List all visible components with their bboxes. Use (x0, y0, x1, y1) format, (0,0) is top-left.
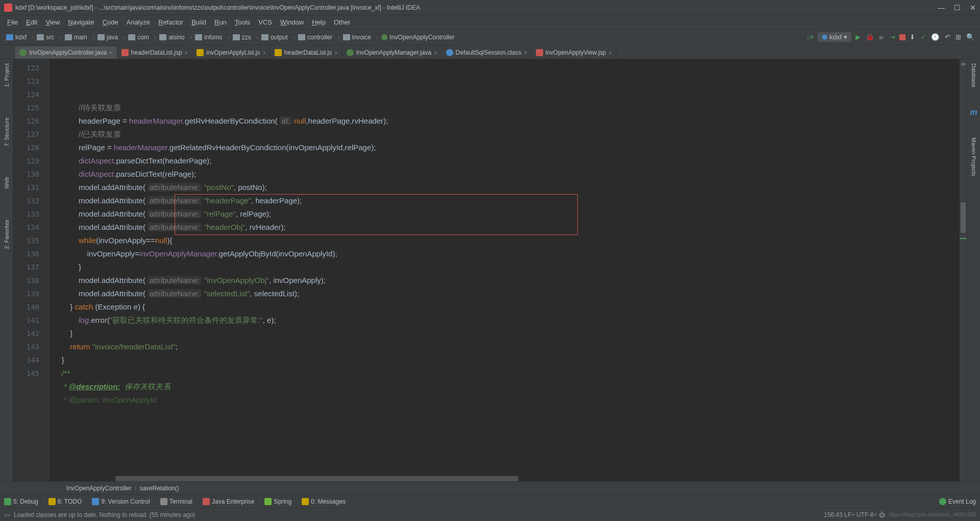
tool-jee[interactable]: Java Enterprise (203, 498, 254, 505)
menu-file[interactable]: File (4, 17, 21, 27)
menu-other[interactable]: Other (331, 17, 354, 27)
tab-InvOpenApplyController-java[interactable]: InvOpenApplyController.java× (15, 46, 117, 59)
left-tool-web[interactable]: Web (4, 177, 10, 188)
close-tab-icon[interactable]: × (434, 50, 437, 56)
code-line[interactable]: headerPage = headerManager.getRvHeaderBy… (49, 114, 960, 128)
menu-code[interactable]: Code (100, 17, 121, 27)
code-line[interactable]: relPage = headerManager.getRelatedRvHead… (49, 141, 960, 154)
code-line[interactable]: /** (49, 367, 960, 380)
menu-run[interactable]: Run (211, 17, 230, 27)
tool-vcs[interactable]: 9: Version Control (92, 498, 150, 505)
vcs-revert-button[interactable]: ↶ (944, 32, 951, 42)
breadcrumb-src[interactable]: src (35, 33, 56, 42)
code-line[interactable]: return "invoice/headerDataList"; (49, 340, 960, 353)
menu-refactor[interactable]: Refactor (155, 17, 186, 27)
close-tab-icon[interactable]: × (334, 50, 337, 56)
code-line[interactable]: model.addAttribute( attributeName: "invO… (49, 274, 960, 287)
editor[interactable]: 122 123 124 125 126 127 128 129 130 131 … (13, 59, 967, 481)
breadcrumb-output[interactable]: output (259, 33, 289, 42)
status-position[interactable]: 156:43 LF÷ UTF-8÷ ⏻ (824, 511, 885, 518)
breadcrumb-com[interactable]: com (126, 33, 151, 42)
right-tool-database[interactable]: Database (971, 63, 977, 87)
horizontal-scrollbar[interactable] (115, 476, 519, 481)
tool-eventlog[interactable]: Event Log (939, 498, 976, 505)
minimize-button[interactable]: — (938, 4, 945, 12)
breadcrumb-kdxf[interactable]: kdxf (4, 33, 29, 42)
attach-button[interactable]: ⇥ (889, 32, 896, 42)
menu-analyze[interactable]: Analyze (124, 17, 153, 27)
menu-view[interactable]: View (42, 17, 63, 27)
code-line[interactable]: //待关联发票 (49, 101, 960, 114)
tab-headerDataList-js[interactable]: headerDataList.js× (271, 46, 342, 59)
code-area[interactable]: //待关联发票 headerPage = headerManager.getRv… (49, 59, 960, 481)
menu-build[interactable]: Build (188, 17, 209, 27)
left-tool-2--favorites[interactable]: 2: Favorites (4, 220, 10, 249)
close-tab-icon[interactable]: × (109, 50, 112, 56)
menu-tools[interactable]: Tools (232, 17, 253, 27)
stop-button[interactable] (899, 34, 905, 40)
left-tool-7--structure[interactable]: 7: Structure (4, 117, 10, 147)
run-coverage-button[interactable]: ▶ (878, 32, 886, 42)
tool-debug[interactable]: 5: Debug (4, 498, 38, 505)
left-tool-1--project[interactable]: 1: Project (4, 63, 10, 87)
editor-scrollbar[interactable]: 👁 (960, 59, 967, 481)
right-tool-maven[interactable]: Maven Projects (971, 137, 977, 176)
run-button[interactable]: ▶ (854, 32, 862, 42)
menu-vcs[interactable]: VCS (255, 17, 275, 27)
breadcrumb-zzs[interactable]: zzs (231, 33, 253, 42)
close-tab-icon[interactable]: × (524, 50, 527, 56)
code-line[interactable]: log.error("获取已关联和待关联的符合条件的发票异常:", e); (49, 314, 960, 327)
code-line[interactable]: } (49, 260, 960, 274)
code-line[interactable]: * @param: invOpenApplyId (49, 393, 960, 407)
close-tab-icon[interactable]: × (608, 50, 611, 56)
code-line[interactable]: model.addAttribute( attributeName: "relP… (49, 207, 960, 221)
code-line[interactable]: model.addAttribute( attributeName: "sele… (49, 287, 960, 300)
code-line[interactable]: dictAspect.parseDictText(relPage); (49, 168, 960, 181)
tab-headerDataList-jsp[interactable]: headerDataList.jsp× (117, 46, 193, 59)
code-line[interactable]: model.addAttribute( attributeName: "head… (49, 194, 960, 207)
scrollbar-thumb[interactable] (961, 202, 966, 233)
code-line[interactable]: while(invOpenApply==null){ (49, 234, 960, 247)
breadcrumb-main[interactable]: main (63, 33, 89, 42)
breadcrumb-class[interactable]: InvOpenApplyController (66, 485, 131, 492)
code-line[interactable]: * @description: 保存关联关系 (49, 380, 960, 393)
breadcrumb-java[interactable]: java (95, 33, 120, 42)
tab-invOpenApplyList-js[interactable]: invOpenApplyList.js× (192, 46, 271, 59)
code-line[interactable]: } catch (Exception e) { (49, 300, 960, 314)
build-button[interactable]: ↓≡ (805, 32, 815, 42)
tool-todo[interactable]: 6: TODO (48, 498, 82, 505)
tab-invOpenApplyView-jsp[interactable]: invOpenApplyView.jsp× (532, 46, 617, 59)
vcs-commit-button[interactable]: ✓ (919, 32, 927, 42)
close-tab-icon[interactable]: × (185, 50, 188, 56)
code-line[interactable]: dictAspect.parseDictText(headerPage); (49, 154, 960, 168)
debug-button[interactable]: 🐞 (865, 32, 875, 42)
search-everywhere-button[interactable]: 🔍 (965, 32, 976, 42)
menu-window[interactable]: Window (277, 17, 307, 27)
tool-terminal[interactable]: Terminal (160, 498, 192, 505)
breadcrumb-method[interactable]: saveRelation() (139, 485, 179, 492)
tab-DefaultSqlSession-class[interactable]: DefaultSqlSession.class× (442, 46, 532, 59)
breadcrumb-invoice[interactable]: invoice (341, 33, 373, 42)
maximize-button[interactable]: ☐ (954, 4, 961, 12)
breadcrumb-InvOpenApplyController[interactable]: InvOpenApplyController (379, 33, 456, 42)
code-line[interactable]: } (49, 353, 960, 367)
code-line[interactable]: //已关联发票 (49, 128, 960, 141)
menu-navigate[interactable]: Navigate (65, 17, 97, 27)
menu-edit[interactable]: Edit (23, 17, 40, 27)
breadcrumb-infoms[interactable]: infoms (193, 33, 224, 42)
close-tab-icon[interactable]: × (262, 50, 265, 56)
breadcrumb-controller[interactable]: controller (296, 33, 334, 42)
inspection-eye-icon[interactable]: 👁 (961, 61, 966, 67)
tool-messages[interactable]: 0: Messages (302, 498, 346, 505)
run-config-selector[interactable]: ⬣kdxf ▾ (818, 32, 851, 42)
menu-help[interactable]: Help (309, 17, 329, 27)
code-line[interactable]: model.addAttribute( attributeName: "post… (49, 181, 960, 194)
tool-spring[interactable]: Spring (264, 498, 291, 505)
vcs-update-button[interactable]: ⬇ (909, 32, 916, 42)
code-line[interactable]: invOpenApply=invOpenApplyManager.getAppl… (49, 247, 960, 260)
ide-settings-button[interactable]: ⊞ (954, 32, 962, 42)
close-button[interactable]: ✕ (970, 4, 976, 12)
code-line[interactable]: } (49, 327, 960, 340)
tab-InvOpenApplyManager-java[interactable]: InvOpenApplyManager.java× (342, 46, 442, 59)
code-line[interactable]: model.addAttribute( attributeName: "head… (49, 221, 960, 234)
